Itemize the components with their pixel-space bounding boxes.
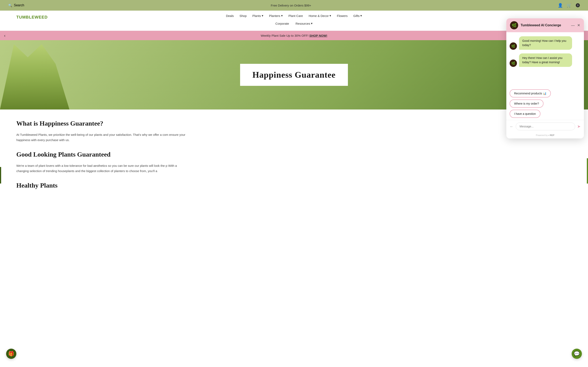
chat-avatar: 🌿 — [510, 21, 518, 29]
suggest-question-btn[interactable]: I have a question — [510, 110, 540, 118]
chat-input[interactable] — [516, 123, 575, 130]
nav-item-homedecor[interactable]: Home & Decor ▾ — [309, 14, 331, 20]
top-bar-icons: 👤 🛒 0 — [558, 3, 580, 8]
section2-body: We're a team of plant lovers with a low … — [16, 163, 188, 174]
chat-suggestions: Recommend products 📊 Where is my order? … — [506, 89, 584, 120]
suggest-order-btn[interactable]: Where is my order? — [510, 100, 544, 108]
hero-section: Happiness Guarantee — [0, 40, 588, 109]
promo-text: Free Delivery on Orders $99+ — [271, 4, 311, 7]
cart-count: 0 — [576, 3, 580, 7]
logo[interactable]: TUMBLEWEED — [16, 15, 48, 20]
nav-item-resources[interactable]: Resources ▾ — [296, 22, 313, 28]
chat-header-actions: — ✕ — [571, 23, 580, 27]
chat-close-button[interactable]: ✕ — [577, 23, 580, 27]
powered-by-label: Powered by — [536, 134, 548, 136]
chevron-down-icon: ▾ — [360, 14, 362, 17]
nav-item-plantcare[interactable]: Plant Care — [288, 14, 303, 20]
section2-title: Good Looking Plants Guaranteed — [16, 151, 188, 158]
account-icon[interactable]: 👤 — [558, 3, 563, 8]
footer-brand-name: REP — [550, 134, 554, 136]
suggest-recommend-btn[interactable]: Recommend products 📊 — [510, 89, 551, 98]
chevron-down-icon: ▾ — [281, 14, 283, 17]
section1-title: What is Happiness Guarantee? — [16, 120, 188, 127]
contact-support-tab[interactable]: Contact support — [587, 158, 588, 184]
section1-body: At Tumbleweed Plants, we prioritize the … — [16, 132, 188, 142]
chat-header-left: 🌿 Tumbleweed AI Concierge — [510, 21, 561, 29]
promo-shop-link[interactable]: SHOP NOW! — [309, 34, 327, 37]
chat-bot-avatar-2: 🌿 — [510, 59, 517, 67]
nav-item-flowers[interactable]: Flowers — [337, 14, 348, 20]
nav-item-gifts[interactable]: Gifts ▾ — [354, 14, 362, 20]
promo-prev-arrow[interactable]: ‹ — [4, 33, 6, 38]
chat-bubble-1: Good morning! How can I help you today? — [519, 36, 572, 50]
hero-title: Happiness Guarantee — [252, 70, 336, 80]
chat-title: Tumbleweed AI Concierge — [521, 24, 561, 27]
chat-header: 🌿 Tumbleweed AI Concierge — ✕ — [506, 18, 584, 32]
nav-item-planters[interactable]: Planters ▾ — [269, 14, 283, 20]
chat-input-row: ← ➤ — [506, 120, 584, 133]
top-bar: 🔍 Search Free Delivery on Orders $99+ 👤 … — [0, 0, 588, 11]
chat-minimize-button[interactable]: — — [571, 23, 575, 27]
search-button[interactable]: 🔍 Search — [8, 3, 24, 7]
chat-message-row-1: 🌿 Good morning! How can I help you today… — [510, 36, 581, 50]
reviews-tab[interactable]: Reviews — [0, 167, 1, 184]
nav-item-shop[interactable]: Shop — [240, 14, 247, 20]
search-label: Search — [14, 3, 24, 7]
chat-bot-avatar-1: 🌿 — [510, 42, 517, 50]
promo-banner-text: Weekly Plant Sale Up to 30% OFF! SHOP NO… — [261, 34, 327, 37]
nav-item-corporate[interactable]: Corporate — [276, 22, 289, 28]
main-content: What is Happiness Guarantee? At Tumblewe… — [0, 109, 204, 204]
chat-widget: 🌿 Tumbleweed AI Concierge — ✕ 🌿 Good mor… — [506, 18, 584, 138]
chevron-down-icon: ▾ — [311, 22, 312, 25]
cart-icon[interactable]: 🛒 — [567, 3, 572, 8]
main-nav: TUMBLEWEED Deals Shop Plants ▾ Planters … — [0, 11, 588, 31]
section3-title: Healthy Plants — [16, 182, 188, 189]
nav-item-plants[interactable]: Plants ▾ — [252, 14, 263, 20]
chat-body: 🌿 Good morning! How can I help you today… — [506, 32, 584, 89]
chat-bubble-2: Hey there! How can I assist you today? H… — [519, 53, 572, 67]
chevron-down-icon: ▾ — [262, 14, 263, 17]
nav-item-deals[interactable]: Deals — [226, 14, 234, 20]
footer-brand: ▪ — [548, 134, 550, 136]
chevron-down-icon: ▾ — [329, 14, 331, 17]
chat-send-button[interactable]: ➤ — [577, 124, 581, 129]
chat-footer: Powered by ▪ REP — [506, 133, 584, 138]
chat-message-row-2: 🌿 Hey there! How can I assist you today?… — [510, 53, 581, 67]
chat-back-button[interactable]: ← — [510, 124, 514, 129]
promo-banner: ‹ Weekly Plant Sale Up to 30% OFF! SHOP … — [0, 31, 588, 40]
hero-card: Happiness Guarantee — [240, 64, 348, 86]
search-icon: 🔍 — [8, 3, 12, 7]
